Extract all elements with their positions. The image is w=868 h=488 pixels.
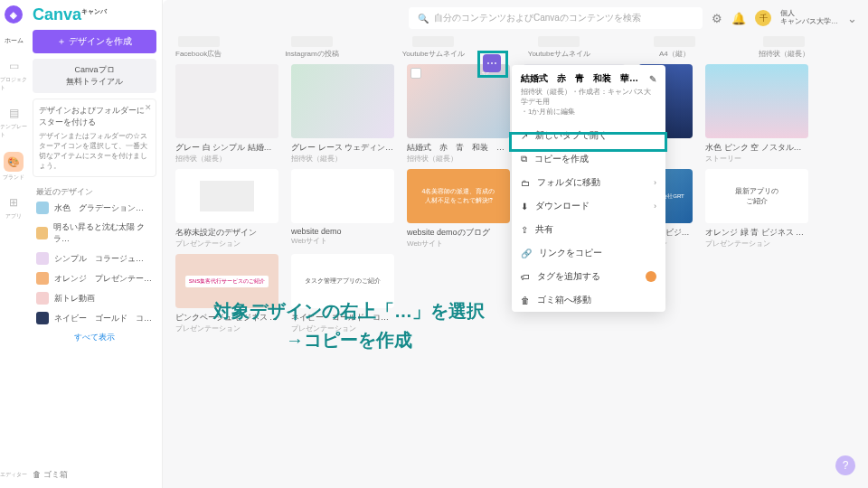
tip-box: ✕ デザインおよびフォルダーにスターを付ける デザインまたはフォルダーの☆スター… [33,99,156,177]
home-label: ホーム [5,36,24,45]
design-card[interactable]: グレー レース ウェディング…招待状（縦長） [291,64,394,164]
instruction-callout: 対象デザインの右上「…」を選択 →コピーを作成 [213,296,485,354]
brand-label: ブランド [3,174,24,182]
category-item[interactable]: Youtubeサムネイル [528,36,590,59]
templates-label: テンプレート [0,123,27,139]
select-checkbox[interactable] [410,68,421,79]
new-badge [646,271,656,282]
category-item[interactable]: 招待状（縦長） [759,36,809,59]
pro-trial-box[interactable]: Canvaプロ 無料トライアル [33,59,156,93]
bell-icon[interactable]: 🔔 [731,12,746,25]
category-item[interactable]: A4（縦） [654,36,695,59]
share-icon: ⇪ [521,225,528,235]
pro-line2: 無料トライアル [38,76,151,88]
highlight-copy-item [509,132,667,152]
design-card[interactable]: グレー 白 シンプル 結婚式 招…招待状（縦長） [175,64,278,164]
tip-title: デザインおよびフォルダーにスターを付ける [39,105,150,128]
projects-icon[interactable]: ▭ [5,58,22,74]
apps-label: アプリ [5,212,22,221]
trash-link[interactable]: 🗑 ゴミ箱 [33,469,68,481]
create-design-button[interactable]: ＋ デザインを作成 [33,30,156,53]
menu-share[interactable]: ⇪共有 [512,218,665,241]
chevron-down-icon[interactable]: ⌄ [847,12,857,25]
menu-subtitle: 招待状（縦長）・作成者：キャンバス大学デモ用 ・1か月前に編集 [512,87,665,124]
user-name[interactable]: 個人 キャンバス大学… [780,10,838,26]
search-input[interactable]: 🔍 自分のコンテンツおよびCanvaのコンテンツを検索 [409,7,703,29]
templates-icon[interactable]: ▤ [5,105,22,121]
recent-item[interactable]: 水色 グラデーション… [33,198,156,218]
menu-add-tags[interactable]: 🏷タグを追加する [512,265,665,288]
callout-line2: →コピーを作成 [213,325,485,354]
close-tip-icon[interactable]: ✕ [145,103,152,112]
rename-icon[interactable]: ✎ [649,74,656,84]
chevron-right-icon: › [654,202,656,211]
help-fab[interactable]: ? [835,455,855,475]
category-item[interactable]: Facebook広告 [175,36,222,59]
category-row: Facebook広告 Instagramの投稿 Youtubeサムネイル You… [163,36,868,59]
design-card[interactable]: ☆ 結婚式 赤 青 和装 華や…招待状（縦長） [407,64,510,164]
category-item[interactable]: Instagramの投稿 [285,36,339,59]
recent-item[interactable]: 明るい昇ると沈む太陽 クラ… [33,218,156,249]
brand-icon[interactable]: 🎨 [4,152,24,172]
projects-label: プロジェクト [0,76,27,92]
download-icon: ⬇ [521,202,528,211]
design-card[interactable]: website demoWebサイト [291,169,394,249]
editor-label: エディター [0,471,27,479]
canva-logo[interactable]: Canvaキャンバ [33,5,107,24]
design-card[interactable]: 水色 ピンク 空 ノスタルジッ…ストーリー [705,64,808,164]
tag-icon: 🏷 [521,272,530,282]
apps-icon[interactable]: ⊞ [5,194,22,211]
copy-icon: ⧉ [521,154,527,164]
trash-icon: 🗑 [521,296,530,305]
menu-copy-link[interactable]: 🔗リンクをコピー [512,241,665,265]
design-card[interactable]: 名称未設定のデザインプレゼンテーション [175,169,278,249]
app-icon[interactable]: ◈ [5,5,23,23]
menu-move-folder[interactable]: 🗀フォルダに移動› [512,171,665,194]
avatar[interactable]: 千 [755,10,771,26]
tip-body: デザインまたはフォルダーの☆スターアイコンを選択して、一番大切なアイテムにスター… [39,131,150,171]
recent-item[interactable]: ネイビー ゴールド コ… [33,308,156,328]
pro-line1: Canvaプロ [38,64,151,76]
left-nav: ◈ ホーム ▭ プロジェクト ▤ テンプレート 🎨 ブランド ⊞ アプリ エディ… [0,0,27,488]
category-item[interactable]: Youtubeサムネイル [402,36,465,59]
menu-title: 結婚式 赤 青 和装 華… ✎ [512,65,665,87]
folder-icon: 🗀 [521,178,530,188]
context-menu: 結婚式 赤 青 和装 華… ✎ 招待状（縦長）・作成者：キャンバス大学デモ用 ・… [512,65,665,312]
gear-icon[interactable]: ⚙ [712,12,722,25]
design-card[interactable]: 最新アプリのご紹介オレンジ 緑 青 ビジネス 企画…プレゼンテーション [705,169,808,249]
topbar: 🔍 自分のコンテンツおよびCanvaのコンテンツを検索 ⚙ 🔔 千 個人 キャン… [163,0,868,36]
see-all-link[interactable]: すべて表示 [33,332,156,343]
recent-item[interactable]: オレンジ プレゼンテー… [33,268,156,288]
menu-trash[interactable]: 🗑ゴミ箱へ移動 [512,288,665,312]
link-icon: 🔗 [521,249,532,258]
recent-item[interactable]: 新トレ動画 [33,288,156,308]
recent-item[interactable]: シンプル コラージュ… [33,249,156,268]
chevron-right-icon: › [654,178,656,187]
recent-heading: 最近のデザイン [33,186,156,198]
search-icon: 🔍 [418,14,429,23]
menu-download[interactable]: ⬇ダウンロード› [512,194,665,218]
search-placeholder: 自分のコンテンツおよびCanvaのコンテンツを検索 [434,12,641,24]
callout-line1: 対象デザインの右上「…」を選択 [213,296,485,325]
top-icons: ⚙ 🔔 千 個人 キャンバス大学… ⌄ [712,10,857,26]
design-card[interactable]: 4名美容師の派遣、育成の人材不足をこれで解決⁉website demoのブログW… [407,169,510,249]
more-button[interactable]: ⋯ [483,54,501,72]
sidebar: Canvaキャンバ ＋ デザインを作成 Canvaプロ 無料トライアル ✕ デザ… [27,0,163,488]
